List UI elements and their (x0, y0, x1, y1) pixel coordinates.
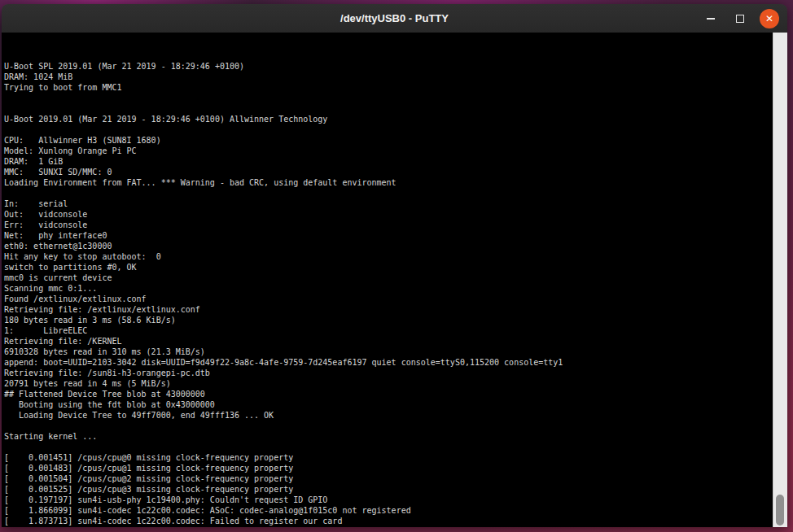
terminal-line: Net: phy interface0 (4, 230, 773, 241)
terminal-line: Retrieving file: /KERNEL (4, 336, 773, 347)
terminal-line: [ 0.001483] /cpus/cpu@1 missing clock-fr… (4, 463, 773, 473)
terminal-line: Retrieving file: /sun8i-h3-orangepi-pc.d… (4, 368, 773, 378)
window-content: U-Boot SPL 2019.01 (Mar 21 2019 - 18:29:… (2, 33, 787, 527)
terminal-line: 1: LibreELEC (4, 325, 773, 336)
terminal-line: [ 1.873713] sun4i-codec 1c22c00.codec: F… (4, 516, 773, 526)
terminal-line: [ 0.001451] /cpus/cpu@0 missing clock-fr… (4, 452, 773, 463)
terminal-line: In: serial (4, 198, 773, 209)
terminal-line: 20791 bytes read in 4 ms (5 MiB/s) (4, 378, 773, 389)
window-title: /dev/ttyUSB0 - PuTTY (2, 4, 787, 33)
close-icon: ✕ (765, 14, 773, 24)
terminal-line: switch to partitions #0, OK (4, 262, 773, 273)
terminal-line: U-Boot 2019.01 (Mar 21 2019 - 18:29:46 +… (4, 114, 773, 124)
minimize-button[interactable] (701, 9, 721, 28)
terminal-line: Err: vidconsole (4, 220, 773, 230)
terminal-line: Booting using the fdt blob at 0x43000000 (4, 399, 773, 410)
close-button[interactable]: ✕ (760, 9, 779, 28)
maximize-button[interactable] (730, 9, 750, 28)
terminal-line: 6910328 bytes read in 310 ms (21.3 MiB/s… (4, 347, 773, 357)
terminal-line: Model: Xunlong Orange Pi PC (4, 146, 773, 156)
terminal-line: Trying to boot from MMC1 (4, 82, 773, 93)
terminal-line: Hit any key to stop autoboot: 0 (4, 251, 773, 262)
terminal-line (4, 103, 773, 114)
terminal-line: [ 1.866099] sun4i-codec 1c22c00.codec: A… (4, 505, 773, 516)
terminal-line: Out: vidconsole (4, 209, 773, 220)
terminal-line: DRAM: 1024 MiB (4, 72, 773, 82)
terminal-line: Found /extlinux/extlinux.conf (4, 294, 773, 304)
terminal-line: [ 1.880637] sun4i-i2s 1c22800.i2s: Max p… (4, 526, 773, 527)
titlebar[interactable]: /dev/ttyUSB0 - PuTTY ✕ (2, 4, 787, 33)
terminal-line: U-Boot SPL 2019.01 (Mar 21 2019 - 18:29:… (4, 61, 773, 72)
maximize-icon (736, 15, 744, 23)
terminal-line: append: boot=UUID=2103-3042 disk=UUID=f9… (4, 357, 773, 368)
terminal-line: eth0: ethernet@1c30000 (4, 241, 773, 251)
scrollbar-thumb[interactable] (776, 495, 784, 525)
terminal-line (4, 188, 773, 198)
terminal-line: DRAM: 1 GiB (4, 156, 773, 167)
desktop-background: /dev/ttyUSB0 - PuTTY ✕ U-Boot SPL 2019.0… (0, 0, 793, 532)
terminal-line: Loading Environment from FAT... *** Warn… (4, 177, 773, 188)
window-controls: ✕ (701, 4, 779, 33)
terminal-line: Starting kernel ... (4, 431, 773, 442)
terminal-line: Retrieving file: /extlinux/extlinux.conf (4, 304, 773, 315)
terminal-line: [ 0.001504] /cpus/cpu@2 missing clock-fr… (4, 473, 773, 484)
terminal-line (4, 93, 773, 103)
terminal-line (4, 442, 773, 452)
terminal-line: [ 0.001525] /cpus/cpu@3 missing clock-fr… (4, 484, 773, 495)
terminal-line: Scanning mmc 0:1... (4, 283, 773, 294)
terminal-line: [ 0.197197] sun4i-usb-phy 1c19400.phy: C… (4, 495, 773, 505)
terminal-line: mmc0 is current device (4, 273, 773, 283)
minimize-icon (707, 18, 715, 20)
terminal-lines: U-Boot SPL 2019.01 (Mar 21 2019 - 18:29:… (4, 61, 773, 527)
terminal-line (4, 124, 773, 135)
putty-window: /dev/ttyUSB0 - PuTTY ✕ U-Boot SPL 2019.0… (2, 4, 787, 527)
terminal-line: MMC: SUNXI SD/MMC: 0 (4, 167, 773, 177)
scrollbar[interactable] (773, 33, 787, 527)
terminal-line (4, 421, 773, 431)
terminal-line: Loading Device Tree to 49ff7000, end 49f… (4, 410, 773, 421)
terminal-line: 180 bytes read in 3 ms (58.6 KiB/s) (4, 315, 773, 325)
terminal-line: ## Flattened Device Tree blob at 4300000… (4, 389, 773, 399)
terminal-screen[interactable]: U-Boot SPL 2019.01 (Mar 21 2019 - 18:29:… (2, 33, 773, 527)
terminal-line: CPU: Allwinner H3 (SUN8I 1680) (4, 135, 773, 146)
